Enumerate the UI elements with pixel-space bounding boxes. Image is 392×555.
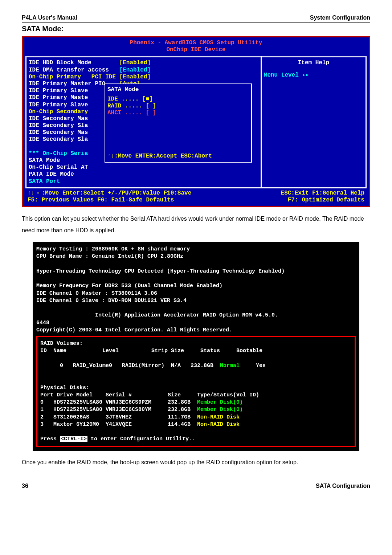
phys-disk-row: 2 ST3120026AS 3JT8VHEZ 111.7GB Non-RAID … bbox=[40, 414, 352, 421]
bios-option[interactable]: IDE HDD Block Mode [Enabled] bbox=[29, 60, 258, 66]
ht-enabled: Enabled bbox=[258, 268, 281, 274]
raid-volumes-title: RAID Volumes: bbox=[40, 340, 352, 347]
ch0-slave: IDE Channel 0 Slave : DVD-ROM DDU1621 VE… bbox=[36, 297, 356, 305]
cpu-line: CPU Brand Name : Genuine Intel(R) CPU 2.… bbox=[36, 253, 356, 260]
press-key: <CTRL-I> bbox=[60, 436, 87, 442]
raid-volumes-row: 0 RAID_Volume0 RAID1(Mirror) N/A 232.8GB… bbox=[40, 355, 352, 377]
bios-screenshot: Phoenix - AwardBIOS CMOS Setup Utility O… bbox=[22, 36, 370, 207]
bios-title-2: OnChip IDE Device bbox=[166, 46, 225, 53]
paragraph-2: Once you enable the RAID mode, the boot-… bbox=[22, 457, 370, 468]
press-2: to enter Configuration Utility.. bbox=[87, 436, 195, 442]
press-line: Press <CTRL-I> to enter Configuration Ut… bbox=[40, 436, 352, 443]
copyright: Copyright(C) 2003-04 Intel Corporation. … bbox=[36, 327, 356, 334]
phys-disk-row: 0 HDS722525VLSA80 VNRJ3EC6CS9PZM 232.8GB… bbox=[40, 399, 352, 406]
popup-option[interactable]: RAID ..... [ ] bbox=[107, 103, 249, 110]
ht-3: ) bbox=[281, 268, 285, 274]
popup-hint: ↑↓:Move ENTER:Accept ESC:Abort bbox=[107, 153, 249, 160]
phys-disk-row: 1 HDS722525VLSA80 VNRJ3EC6CS80YM 232.8GB… bbox=[40, 406, 352, 413]
boot-screenshot: Memory Testing : 2088960K OK + 8M shared… bbox=[33, 242, 359, 451]
raid-num: 6448 bbox=[36, 319, 356, 327]
phys-disks-head: Port Drive Model Serial # Size Type/Stat… bbox=[40, 392, 352, 399]
item-help-title: Item Help bbox=[264, 60, 363, 66]
bios-footer: ↑↓→←:Move Enter:Select +/-/PU/PD:Value F… bbox=[25, 188, 367, 204]
bios-option[interactable]: On-Chip Serial AT bbox=[29, 164, 258, 171]
header-left: P4LA User's Manual bbox=[22, 15, 77, 21]
popup-option[interactable]: AHCI ..... [ ] bbox=[107, 110, 249, 117]
raid-volumes-head: ID Name Level Strip Size Status Bootable bbox=[40, 347, 352, 355]
popup-option[interactable]: IDE ..... [■] bbox=[107, 96, 249, 103]
footer-1a: ↑↓→←:Move Enter:Select +/-/PU/PD:Value F… bbox=[28, 190, 191, 197]
raid-rom: Intel(R) Application Accelerator RAID Op… bbox=[36, 312, 356, 319]
footer-2b: F7: Optimized Defaults bbox=[288, 197, 364, 204]
footer-1b: ESC:Exit F1:General Help bbox=[281, 190, 364, 197]
ht-1: Hyper-Threading Technology CPU Detected … bbox=[36, 268, 258, 274]
bios-left-pane: IDE HDD Block Mode [Enabled]IDE DMA tran… bbox=[25, 56, 262, 188]
sata-mode-popup[interactable]: SATA Mode IDE ..... [■]RAID ..... [ ]AHC… bbox=[105, 83, 252, 163]
popup-title: SATA Mode bbox=[107, 86, 249, 93]
menu-level: Menu Level ▸▸ bbox=[264, 72, 363, 79]
ch0-master: IDE Channel 0 Master : ST380011A 3.06 bbox=[36, 290, 356, 297]
footer-2a: F5: Previous Values F6: Fail-Safe Defaul… bbox=[28, 197, 174, 204]
bios-option[interactable]: On-Chip Primary PCI IDE [Enabled] bbox=[29, 74, 258, 81]
mem-line: Memory Testing : 2088960K OK + 8M shared… bbox=[36, 246, 356, 253]
ht-line: Hyper-Threading Technology CPU Detected … bbox=[36, 268, 356, 275]
phys-disk-row: 3 Maxtor 6Y120M0 Y41XVQEE 114.4GB Non-RA… bbox=[40, 421, 352, 428]
header-right: System Configuration bbox=[310, 15, 370, 21]
bios-right-pane: Item Help Menu Level ▸▸ bbox=[262, 56, 367, 188]
page-number: 36 bbox=[22, 483, 28, 489]
raid-info-box: RAID Volumes: ID Name Level Strip Size S… bbox=[36, 336, 356, 447]
bios-option[interactable]: SATA Port bbox=[29, 178, 258, 185]
paragraph-1: This option can let you select whether t… bbox=[22, 213, 370, 236]
bios-option[interactable]: IDE DMA transfer access [Enabled] bbox=[29, 67, 258, 74]
bios-option[interactable]: PATA IDE Mode bbox=[29, 171, 258, 178]
press-1: Press bbox=[40, 436, 60, 442]
phys-disks-title: Physical Disks: bbox=[40, 384, 352, 392]
bios-title-1: Phoenix - AwardBIOS CMOS Setup Utility bbox=[130, 40, 262, 46]
section-title: SATA Mode: bbox=[22, 25, 370, 33]
mem-freq: Memory Frequency For DDR2 533 (Dual Chan… bbox=[36, 282, 356, 290]
footer-label: SATA Configuration bbox=[316, 483, 370, 489]
